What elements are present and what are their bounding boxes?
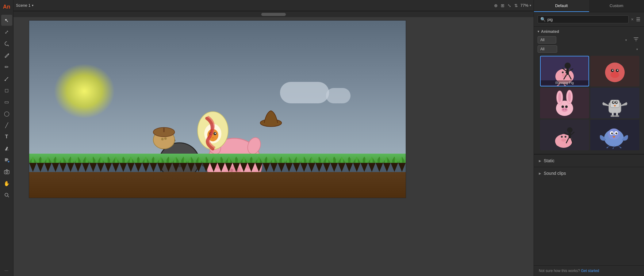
horizontal-scrollbar[interactable] bbox=[261, 13, 286, 16]
type-filter-wrapper: All Animals People Objects bbox=[538, 36, 629, 44]
top-bar: Scene 1 ▾ ⊕ ⊞ ⤡ ⇅ 77% ▾ bbox=[13, 0, 534, 11]
svg-point-49 bbox=[562, 71, 564, 73]
toolbar-icons: ⊕ ⊞ ⤡ ⇅ bbox=[494, 3, 518, 8]
svg-point-63 bbox=[612, 70, 613, 71]
zoom-control: 77% ▾ bbox=[520, 3, 531, 8]
align-icon[interactable]: ⊕ bbox=[494, 3, 498, 8]
svg-point-101 bbox=[611, 132, 613, 134]
animated-section: ▾ Animated All Animals People Objects bbox=[534, 27, 644, 154]
stage[interactable] bbox=[29, 20, 406, 198]
svg-line-6 bbox=[8, 196, 9, 197]
asset-grid: Running Pig bbox=[538, 55, 640, 151]
svg-point-87 bbox=[561, 139, 566, 142]
style-filter-wrapper: All Cartoon Realistic bbox=[538, 45, 640, 53]
zoom-tool[interactable] bbox=[1, 190, 12, 201]
svg-point-5 bbox=[5, 193, 8, 196]
filter-row-1: All Animals People Objects bbox=[538, 36, 640, 44]
tab-default[interactable]: Default bbox=[534, 0, 589, 12]
search-icon: 🔍 bbox=[540, 17, 546, 22]
svg-point-0 bbox=[5, 80, 6, 81]
asset-running-pig[interactable]: Running Pig bbox=[540, 56, 589, 86]
static-section: ▶ Static bbox=[534, 154, 644, 167]
scene-selector[interactable]: Scene 1 ▾ bbox=[16, 3, 33, 8]
oval-tool[interactable]: ◯ bbox=[1, 108, 12, 119]
hand-tool[interactable]: ✋ bbox=[1, 178, 12, 189]
svg-point-90 bbox=[556, 141, 561, 146]
footer-hint-text: Not sure how this works? bbox=[539, 269, 580, 273]
svg-point-74 bbox=[565, 109, 567, 110]
asset-pig-2[interactable] bbox=[590, 56, 639, 86]
svg-point-70 bbox=[562, 105, 564, 108]
svg-point-68 bbox=[558, 93, 561, 102]
asset-pig-4[interactable] bbox=[590, 88, 639, 118]
svg-point-4 bbox=[6, 171, 8, 173]
list-view-icon[interactable]: ☰ bbox=[636, 17, 640, 22]
style-filter-select[interactable]: All Cartoon Realistic bbox=[538, 45, 557, 53]
svg-rect-92 bbox=[569, 133, 571, 138]
sound-clips-header[interactable]: ▶ Sound clips bbox=[534, 167, 644, 179]
lasso-tool[interactable] bbox=[1, 38, 12, 49]
sound-clips-section: ▶ Sound clips bbox=[534, 167, 644, 179]
svg-point-80 bbox=[616, 102, 617, 103]
svg-rect-54 bbox=[566, 69, 569, 75]
svg-rect-83 bbox=[611, 115, 615, 117]
left-toolbar: An ↖ ⤢ ✏ ◻ ▭ ◯ ╱ T ✋ ··· bbox=[0, 0, 13, 276]
pencil-tool[interactable]: ✏ bbox=[1, 61, 12, 72]
resize-icon[interactable]: ⤡ bbox=[508, 3, 511, 8]
search-clear-button[interactable]: × bbox=[631, 17, 634, 22]
svg-point-89 bbox=[565, 136, 566, 138]
main-area: Scene 1 ▾ ⊕ ⊞ ⤡ ⇅ 77% ▾ bbox=[13, 0, 534, 276]
static-section-title: Static bbox=[544, 158, 554, 163]
snap-icon[interactable]: ⊞ bbox=[501, 3, 504, 8]
panel-footer: Not sure how this works? Get started bbox=[534, 265, 644, 276]
svg-point-103 bbox=[612, 133, 613, 133]
asset-pig-6[interactable] bbox=[590, 120, 639, 150]
brush-tool[interactable] bbox=[1, 73, 12, 84]
animated-section-title: Animated bbox=[541, 29, 559, 34]
svg-point-34 bbox=[164, 137, 167, 140]
filter-button[interactable] bbox=[632, 36, 640, 44]
svg-rect-32 bbox=[163, 128, 165, 132]
svg-rect-3 bbox=[4, 171, 9, 174]
camera-tool[interactable] bbox=[1, 166, 12, 177]
more-tools[interactable]: ··· bbox=[1, 265, 12, 276]
svg-point-60 bbox=[611, 72, 619, 78]
animated-section-header[interactable]: ▾ Animated bbox=[538, 29, 640, 34]
svg-rect-1 bbox=[5, 150, 9, 150]
ground bbox=[29, 154, 406, 198]
svg-point-2 bbox=[8, 161, 9, 163]
search-bar: 🔍 × ☰ bbox=[534, 12, 644, 27]
canvas-area[interactable] bbox=[13, 11, 534, 276]
shape-tool[interactable]: ▭ bbox=[1, 96, 12, 107]
svg-point-29 bbox=[215, 133, 216, 134]
static-section-header[interactable]: ▶ Static bbox=[534, 155, 644, 167]
svg-point-64 bbox=[617, 70, 618, 71]
line-tool[interactable]: ╱ bbox=[1, 120, 12, 131]
eraser-tool[interactable]: ◻ bbox=[1, 85, 12, 96]
app-logo: An bbox=[1, 1, 12, 12]
pen-tool[interactable] bbox=[1, 50, 12, 61]
get-started-link[interactable]: Get started bbox=[581, 269, 599, 273]
canvas-scrollbar-area bbox=[13, 11, 534, 17]
search-input[interactable] bbox=[547, 17, 626, 22]
bucket-tool[interactable] bbox=[1, 155, 12, 166]
reorder-icon[interactable]: ⇅ bbox=[514, 3, 518, 8]
right-panel: Default Custom 🔍 × ☰ ▾ Animated All Anim… bbox=[534, 0, 644, 276]
type-filter-select[interactable]: All Animals People Objects bbox=[538, 36, 556, 44]
svg-point-91 bbox=[567, 127, 573, 133]
static-chevron-icon: ▶ bbox=[539, 159, 541, 163]
zoom-dropdown-icon[interactable]: ▾ bbox=[530, 4, 531, 7]
asset-pig-3[interactable] bbox=[540, 88, 589, 118]
svg-point-71 bbox=[565, 105, 568, 108]
text-tool[interactable]: T bbox=[1, 131, 12, 142]
scene-name-label: Scene 1 bbox=[16, 3, 31, 8]
asset-pig-5[interactable] bbox=[540, 120, 589, 150]
svg-line-94 bbox=[571, 132, 574, 135]
tab-custom[interactable]: Custom bbox=[589, 0, 644, 12]
select-tool[interactable]: ↖ bbox=[1, 15, 12, 26]
fill-tool[interactable] bbox=[1, 143, 12, 154]
svg-point-53 bbox=[565, 63, 571, 69]
svg-point-102 bbox=[615, 132, 617, 134]
scene-dropdown-icon: ▾ bbox=[32, 4, 33, 7]
transform-tool[interactable]: ⤢ bbox=[1, 26, 12, 37]
